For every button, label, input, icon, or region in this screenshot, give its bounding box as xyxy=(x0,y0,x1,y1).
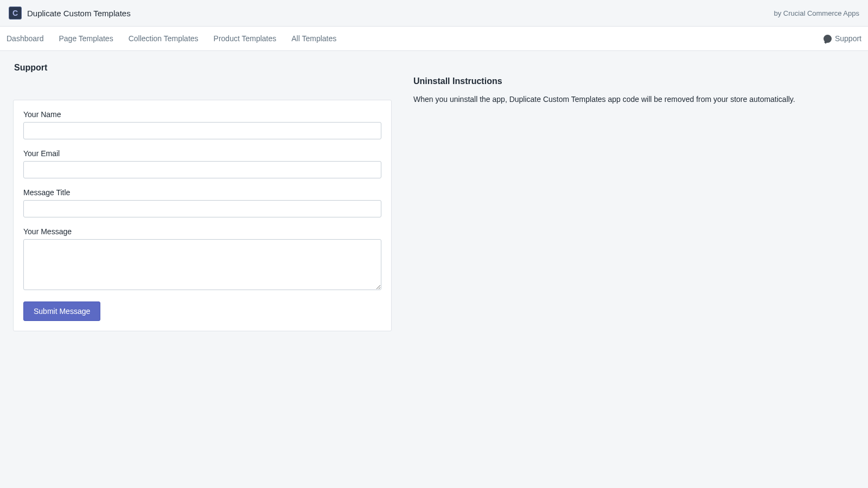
header-by-line: by Crucial Commerce Apps xyxy=(774,9,860,17)
nav-support-link[interactable]: Support xyxy=(824,34,861,43)
nav-items: Dashboard Page Templates Collection Temp… xyxy=(7,27,336,50)
submit-button[interactable]: Submit Message xyxy=(23,301,100,321)
message-title-label: Message Title xyxy=(23,188,381,197)
message-textarea[interactable] xyxy=(23,239,381,290)
left-column: Support Your Name Your Email Message Tit… xyxy=(13,63,392,331)
app-logo-icon: C xyxy=(9,7,22,20)
nav-item-all-templates[interactable]: All Templates xyxy=(291,34,336,43)
name-input[interactable] xyxy=(23,122,381,139)
header-left: C Duplicate Custom Templates xyxy=(9,7,131,20)
nav-support-label: Support xyxy=(835,34,861,43)
nav-item-dashboard[interactable]: Dashboard xyxy=(7,34,44,43)
support-form-card: Your Name Your Email Message Title Your … xyxy=(13,100,392,331)
app-header: C Duplicate Custom Templates by Crucial … xyxy=(0,0,868,27)
right-column: Uninstall Instructions When you uninstal… xyxy=(413,63,855,105)
name-label: Your Name xyxy=(23,110,381,119)
uninstall-text: When you uninstall the app, Duplicate Cu… xyxy=(413,94,855,105)
main-nav: Dashboard Page Templates Collection Temp… xyxy=(0,27,868,51)
email-input[interactable] xyxy=(23,161,381,178)
message-label: Your Message xyxy=(23,227,381,236)
chat-icon xyxy=(824,35,832,43)
main-content: Support Your Name Your Email Message Tit… xyxy=(1,51,867,343)
email-label: Your Email xyxy=(23,149,381,158)
app-title: Duplicate Custom Templates xyxy=(27,9,131,18)
message-title-input[interactable] xyxy=(23,200,381,217)
nav-item-product-templates[interactable]: Product Templates xyxy=(214,34,277,43)
nav-item-collection-templates[interactable]: Collection Templates xyxy=(129,34,199,43)
nav-item-page-templates[interactable]: Page Templates xyxy=(59,34,113,43)
page-title: Support xyxy=(13,63,392,73)
uninstall-title: Uninstall Instructions xyxy=(413,76,855,86)
